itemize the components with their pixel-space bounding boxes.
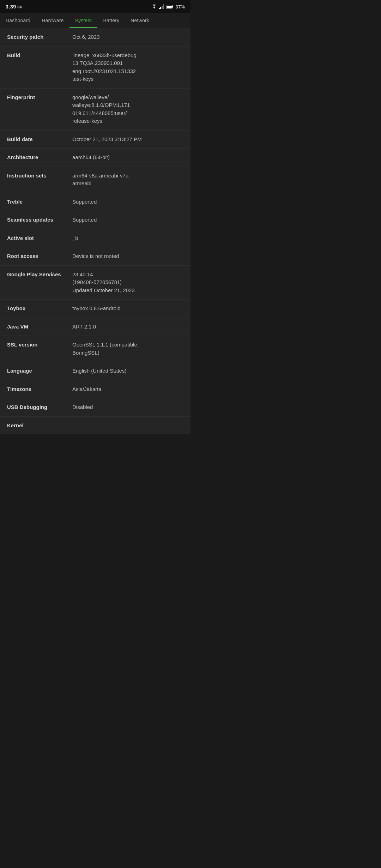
info-row: Fingerprintgoogle/walleye/ walleye:8.1.0…	[0, 89, 190, 131]
info-row: TimezoneAsia/Jakarta	[0, 380, 190, 399]
svg-rect-3	[163, 4, 164, 9]
info-label: Active slot	[7, 234, 72, 242]
info-value: English (United States)	[72, 367, 183, 375]
info-row: TrebleSupported	[0, 193, 190, 211]
status-icons: 97%	[151, 4, 185, 10]
info-row: Architectureaarch64 (64-bit)	[0, 149, 190, 167]
info-row: SSL versionOpenSSL 1.1.1 (compatible; Bo…	[0, 336, 190, 362]
info-label: Build date	[7, 135, 72, 143]
svg-rect-1	[160, 7, 161, 9]
info-row: Java VMART 2.1.0	[0, 318, 190, 336]
info-label: Toybox	[7, 305, 72, 312]
tab-network[interactable]: Network	[125, 13, 155, 28]
info-value: OpenSSL 1.1.1 (compatible; BoringSSL)	[72, 341, 183, 357]
info-label: Architecture	[7, 153, 72, 161]
info-value: Device is not rooted	[72, 252, 183, 260]
info-value: Disabled	[72, 403, 183, 411]
battery-icon	[166, 5, 174, 9]
info-value: _b	[72, 234, 183, 242]
svg-rect-2	[162, 6, 163, 9]
info-row: Seamless updatesSupported	[0, 211, 190, 229]
info-value: toybox 0.8.6-android	[72, 305, 183, 313]
signal-icon	[159, 4, 164, 9]
info-label: Security patch	[7, 33, 72, 41]
info-label: Timezone	[7, 385, 72, 393]
svg-rect-5	[167, 6, 172, 8]
info-label: Instruction sets	[7, 172, 72, 179]
status-bar: 3:39PM 97%	[0, 0, 190, 13]
info-label: Treble	[7, 198, 72, 205]
info-row: Security patchOct 6, 2023	[0, 28, 190, 47]
tab-system[interactable]: System	[69, 13, 98, 28]
info-label: Google Play Services	[7, 271, 72, 278]
info-row: Instruction setsarm64-v8a armeabi-v7a ar…	[0, 167, 190, 193]
info-row: Toyboxtoybox 0.8.6-android	[0, 300, 190, 318]
tab-battery[interactable]: Battery	[97, 13, 125, 28]
info-value: aarch64 (64-bit)	[72, 153, 183, 162]
info-label: Language	[7, 367, 72, 374]
info-label: Root access	[7, 252, 72, 260]
info-row: Active slot_b	[0, 229, 190, 248]
info-row: Root accessDevice is not rooted	[0, 247, 190, 266]
status-time: 3:39PM	[6, 4, 23, 10]
info-label: USB Debugging	[7, 403, 72, 411]
svg-rect-6	[173, 6, 173, 7]
info-value: October 21, 2023 3:13:27 PM	[72, 135, 183, 144]
battery-percentage: 97%	[176, 4, 185, 10]
svg-rect-0	[159, 8, 160, 9]
info-value: Asia/Jakarta	[72, 385, 183, 393]
info-value: Oct 6, 2023	[72, 33, 183, 41]
info-row: Google Play Services23.40.14 (190408-572…	[0, 266, 190, 300]
info-label: Fingerprint	[7, 94, 72, 101]
info-value: lineage_x6833b-userdebug 13 TQ3A.230901.…	[72, 52, 183, 83]
info-row: Build dateOctober 21, 2023 3:13:27 PM	[0, 131, 190, 149]
info-value: google/walleye/ walleye:8.1.0/OPM1.171 0…	[72, 94, 183, 125]
info-label: Kernel	[7, 422, 72, 429]
info-label: Seamless updates	[7, 216, 72, 223]
info-value: ART 2.1.0	[72, 323, 183, 331]
info-value: 23.40.14 (190408-572056781) Updated Octo…	[72, 271, 183, 295]
info-row: Buildlineage_x6833b-userdebug 13 TQ3A.23…	[0, 47, 190, 89]
info-row: LanguageEnglish (United States)	[0, 362, 190, 380]
info-row: USB DebuggingDisabled	[0, 398, 190, 417]
info-value: Supported	[72, 198, 183, 206]
tab-hardware[interactable]: Hardware	[36, 13, 69, 28]
info-value: Supported	[72, 216, 183, 224]
system-info-content: Security patchOct 6, 2023Buildlineage_x6…	[0, 28, 190, 434]
tab-bar: Dashboard Hardware System Battery Networ…	[0, 13, 190, 28]
wifi-icon	[151, 4, 157, 9]
info-value: arm64-v8a armeabi-v7a armeabi	[72, 172, 183, 188]
info-row: Kernel	[0, 417, 190, 434]
info-label: Build	[7, 52, 72, 59]
info-label: SSL version	[7, 341, 72, 348]
info-label: Java VM	[7, 323, 72, 330]
tab-dashboard[interactable]: Dashboard	[0, 13, 36, 28]
